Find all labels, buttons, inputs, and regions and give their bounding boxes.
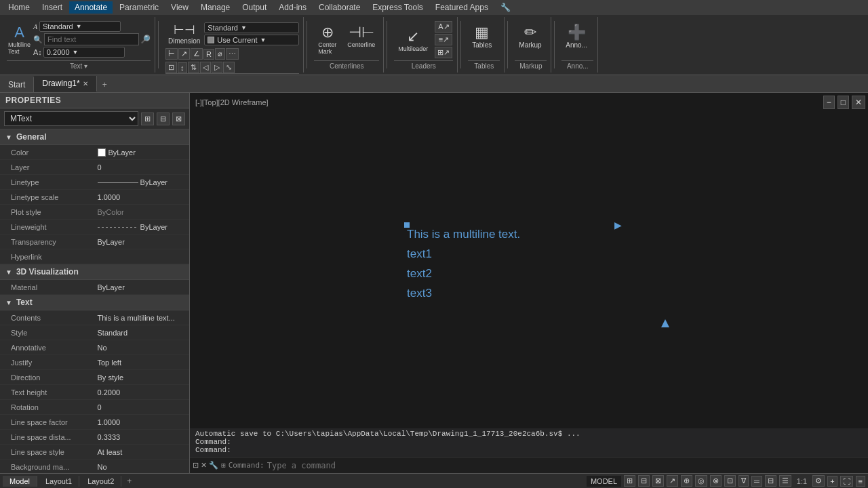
status-ducs-btn[interactable]: ⊡ bbox=[724, 475, 736, 487]
status-otrack-btn[interactable]: ⊗ bbox=[710, 475, 722, 487]
status-grid-btn[interactable]: ⊞ bbox=[624, 475, 635, 487]
material-value[interactable]: ByLayer bbox=[98, 283, 184, 291]
tab-drawing1[interactable]: Drawing1* ✕ bbox=[34, 76, 96, 92]
dim-more-btn[interactable]: ⋯ bbox=[226, 48, 239, 60]
status-qp-btn[interactable]: ☰ bbox=[779, 475, 791, 487]
status-fullscreen-btn[interactable]: ⛶ bbox=[840, 476, 853, 487]
handle-tl[interactable] bbox=[404, 222, 410, 228]
text-height-value[interactable]: 0.2000 bbox=[98, 388, 184, 396]
leader-style-btn[interactable]: A↗ bbox=[435, 21, 452, 33]
handle-br[interactable] bbox=[661, 319, 669, 331]
find-text-input[interactable] bbox=[44, 33, 139, 45]
linetype-scale-value[interactable]: 1.0000 bbox=[98, 193, 184, 201]
centerline-btn[interactable]: ⊣⊢ Centerline bbox=[343, 21, 379, 51]
status-lw-btn[interactable]: ═ bbox=[751, 476, 762, 487]
contents-value[interactable]: This is a multiline text... bbox=[98, 314, 184, 322]
line-space-style-value[interactable]: At least bbox=[98, 448, 184, 456]
dim-inspect-btn[interactable]: ▷ bbox=[212, 62, 222, 73]
dim-space-btn[interactable]: ⇅ bbox=[188, 62, 199, 73]
tab-add[interactable]: + bbox=[123, 475, 136, 487]
maximize-btn[interactable]: □ bbox=[837, 96, 849, 109]
menu-view[interactable]: View bbox=[165, 1, 194, 14]
menu-featured[interactable]: Featured Apps bbox=[430, 1, 494, 14]
center-mark-btn[interactable]: ⊕ CenterMark bbox=[314, 21, 340, 58]
line-space-factor-value[interactable]: 1.0000 bbox=[98, 418, 184, 426]
status-3dosnap-btn[interactable]: ◎ bbox=[695, 475, 707, 487]
transparency-value[interactable]: ByLayer bbox=[98, 238, 184, 246]
status-tp-btn[interactable]: ⊟ bbox=[765, 475, 776, 487]
dimension-btn[interactable]: ⊢⊣ Dimension bbox=[165, 21, 203, 46]
status-polar-btn[interactable]: ↗ bbox=[667, 475, 678, 487]
prop-layer: Layer 0 bbox=[0, 160, 189, 175]
dim-diameter-btn[interactable]: ⌀ bbox=[215, 48, 225, 60]
menu-app[interactable]: 🔧 bbox=[495, 1, 516, 14]
tab-start[interactable]: Start bbox=[0, 77, 34, 92]
tab-layout2[interactable]: Layout2 bbox=[81, 476, 121, 487]
dim-oblique-btn[interactable]: ◁ bbox=[200, 62, 211, 73]
menu-express[interactable]: Express Tools bbox=[367, 1, 428, 14]
tables-btn[interactable]: ▦ Tables bbox=[468, 21, 496, 52]
color-value[interactable]: ByLayer bbox=[98, 148, 184, 157]
prop-icon-btn3[interactable]: ⊠ bbox=[172, 113, 185, 125]
dim-jog-btn[interactable]: ⤡ bbox=[223, 62, 235, 73]
section-3d-header[interactable]: ▼ 3D Visualization bbox=[0, 264, 189, 280]
multileader-btn[interactable]: ↙ Multileader bbox=[394, 21, 432, 58]
command-input[interactable] bbox=[267, 461, 865, 470]
multiline-text-btn[interactable]: A MultilineText bbox=[7, 22, 32, 56]
style-value[interactable]: Standard bbox=[98, 329, 184, 337]
rotation-value[interactable]: 0 bbox=[98, 403, 184, 411]
dim-break-btn[interactable]: ⊡ bbox=[165, 62, 177, 73]
leader-collect-btn[interactable]: ⊞↗ bbox=[435, 47, 452, 58]
annotative-value[interactable]: No bbox=[98, 344, 184, 352]
object-type-select[interactable]: MText bbox=[4, 111, 138, 126]
text-height-dropdown[interactable]: 0.2000 ▼ bbox=[43, 47, 125, 58]
justify-value[interactable]: Top left bbox=[98, 359, 184, 367]
handle-tr[interactable]: ▶ bbox=[614, 220, 622, 230]
dim-linear-btn[interactable]: ⊢ bbox=[165, 48, 178, 60]
menu-manage[interactable]: Manage bbox=[195, 1, 235, 14]
bg-mask-value[interactable]: No bbox=[98, 463, 184, 471]
dim-adjust-btn[interactable]: ↕ bbox=[178, 62, 187, 73]
status-snap-btn[interactable]: ⊟ bbox=[638, 475, 650, 487]
minimize-btn[interactable]: − bbox=[823, 96, 835, 109]
menu-annotate[interactable]: Annotate bbox=[69, 1, 113, 14]
anno-btn[interactable]: ➕ Anno... bbox=[561, 21, 591, 52]
dim-angular-btn[interactable]: ∠ bbox=[191, 48, 203, 60]
tab-add-btn[interactable]: + bbox=[97, 77, 113, 92]
markup-btn[interactable]: ✏ Markup bbox=[515, 21, 545, 52]
layer-value[interactable]: 0 bbox=[98, 163, 184, 171]
status-workspace-btn[interactable]: + bbox=[827, 476, 837, 487]
menu-collaborate[interactable]: Collaborate bbox=[313, 1, 366, 14]
line-space-dist-value[interactable]: 0.3333 bbox=[98, 433, 184, 441]
find-search-icon[interactable]: 🔎 bbox=[140, 35, 151, 44]
tab-close-icon[interactable]: ✕ bbox=[83, 80, 88, 87]
status-dyn-btn[interactable]: ∇ bbox=[738, 475, 749, 487]
prop-icon-btn2[interactable]: ⊟ bbox=[157, 113, 170, 125]
menu-parametric[interactable]: Parametric bbox=[114, 1, 164, 14]
status-osnap-btn[interactable]: ⊕ bbox=[681, 475, 692, 487]
prop-icon-btn1[interactable]: ⊞ bbox=[141, 113, 154, 125]
linetype-value[interactable]: ByLayer bbox=[98, 178, 184, 186]
tab-layout1[interactable]: Layout1 bbox=[39, 476, 79, 487]
dim-radius-btn[interactable]: R bbox=[203, 49, 214, 60]
menu-insert[interactable]: Insert bbox=[37, 1, 68, 14]
menu-addins[interactable]: Add-ins bbox=[273, 1, 312, 14]
direction-value[interactable]: By style bbox=[98, 373, 184, 382]
plot-style-value[interactable]: ByColor bbox=[98, 208, 184, 216]
tab-model[interactable]: Model bbox=[3, 476, 37, 487]
lineweight-value[interactable]: ByLayer bbox=[98, 223, 184, 231]
dim-aligned-btn[interactable]: ↗ bbox=[178, 48, 190, 60]
status-customize-btn[interactable]: ≡ bbox=[856, 476, 865, 487]
status-ortho-btn[interactable]: ⊠ bbox=[652, 475, 664, 487]
menu-output[interactable]: Output bbox=[237, 1, 272, 14]
dim-style-dropdown[interactable]: Standard ▼ bbox=[204, 22, 299, 33]
menu-home[interactable]: Home bbox=[3, 1, 35, 14]
section-text-header[interactable]: ▼ Text bbox=[0, 295, 189, 310]
status-model[interactable]: MODEL bbox=[587, 476, 621, 487]
text-style-dropdown[interactable]: Standard ▼ bbox=[39, 21, 121, 32]
close-btn[interactable]: ✕ bbox=[852, 96, 865, 109]
leader-align-btn[interactable]: ≡↗ bbox=[435, 34, 452, 45]
section-general-header[interactable]: ▼ General bbox=[0, 129, 189, 145]
status-settings-btn[interactable]: ⚙ bbox=[812, 475, 825, 487]
use-current-dropdown[interactable]: Use Current ▼ bbox=[204, 35, 299, 45]
